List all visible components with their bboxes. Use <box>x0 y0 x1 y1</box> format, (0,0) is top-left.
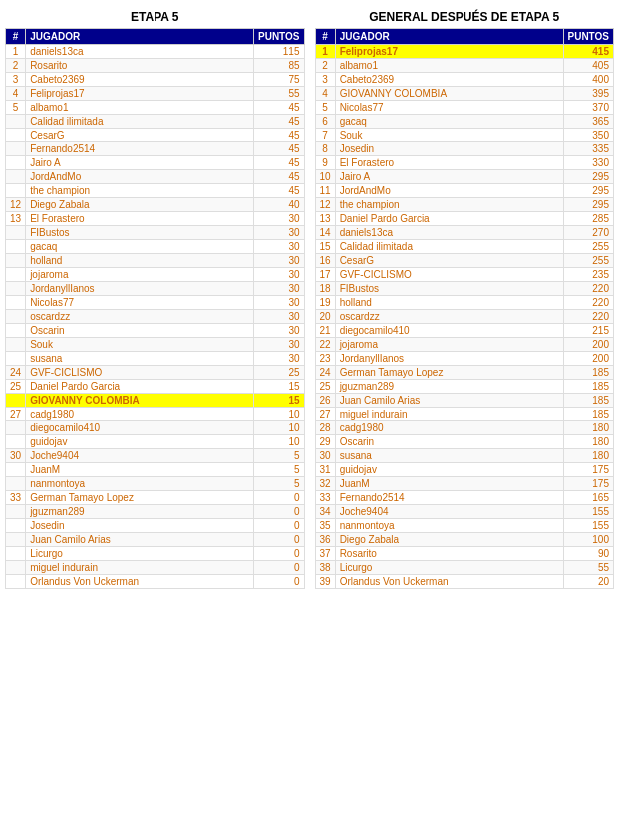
table-row: 8Josedin335 <box>315 142 614 156</box>
row-index <box>6 226 26 240</box>
row-player: CesarG <box>26 129 254 142</box>
row-player: susana <box>26 352 254 366</box>
row-index: 24 <box>6 366 26 380</box>
table-row: 31guidojav175 <box>315 463 614 477</box>
row-index <box>6 561 26 575</box>
row-player: Feliprojas17 <box>26 87 254 101</box>
row-points: 85 <box>254 59 305 73</box>
row-index <box>6 421 26 435</box>
table-row: 25Daniel Pardo Garcia15 <box>6 380 305 394</box>
row-player: GIOVANNY COLOMBIA <box>335 87 563 101</box>
row-player: German Tamayo Lopez <box>335 366 563 380</box>
row-points: 0 <box>254 533 305 547</box>
row-points: 255 <box>563 240 614 254</box>
table-row: holland30 <box>6 254 305 268</box>
table-row: JordAndMo45 <box>6 170 305 184</box>
table-row: the champion45 <box>6 184 305 198</box>
table-row: 33Fernando2514165 <box>315 491 614 505</box>
row-points: 55 <box>563 561 614 575</box>
row-points: 75 <box>254 73 305 87</box>
main-container: ETAPA 5 # JUGADOR PUNTOS 1daniels13ca115… <box>5 10 614 589</box>
row-player: diegocamilo410 <box>26 421 254 435</box>
row-player: Diego Zabala <box>335 533 563 547</box>
row-player: FIBustos <box>26 226 254 240</box>
row-points: 175 <box>563 463 614 477</box>
table-row: 24GVF-CICLISMO25 <box>6 366 305 380</box>
row-player: albamo1 <box>26 101 254 115</box>
row-player: gacaq <box>335 115 563 129</box>
row-index: 36 <box>315 533 335 547</box>
row-player: Orlandus Von Uckerman <box>26 575 254 589</box>
row-index: 1 <box>315 45 335 59</box>
row-player: FIBustos <box>335 282 563 296</box>
row-index: 38 <box>315 561 335 575</box>
table-row: 1daniels13ca115 <box>6 45 305 59</box>
row-index <box>6 575 26 589</box>
table-row: 16CesarG255 <box>315 254 614 268</box>
row-points: 215 <box>563 324 614 338</box>
table-row: 36Diego Zabala100 <box>315 533 614 547</box>
row-index <box>6 240 26 254</box>
table-row: 21diegocamilo410215 <box>315 324 614 338</box>
row-index: 24 <box>315 366 335 380</box>
row-index: 2 <box>6 59 26 73</box>
row-points: 0 <box>254 575 305 589</box>
row-player: miguel indurain <box>335 408 563 421</box>
row-index <box>6 254 26 268</box>
row-index: 13 <box>315 212 335 226</box>
table-row: 19holland220 <box>315 296 614 310</box>
row-player: holland <box>26 254 254 268</box>
table-row: gacaq30 <box>6 240 305 254</box>
row-index: 39 <box>315 575 335 589</box>
row-index: 27 <box>6 408 26 421</box>
table-row: 20oscardzz220 <box>315 310 614 324</box>
table-row: JuanM5 <box>6 463 305 477</box>
row-index <box>6 156 26 170</box>
row-player: Jairo A <box>335 170 563 184</box>
table-row: miguel indurain0 <box>6 561 305 575</box>
row-points: 155 <box>563 519 614 533</box>
right-title: GENERAL DESPUÉS DE ETAPA 5 <box>315 10 615 24</box>
table-row: 27miguel indurain185 <box>315 408 614 421</box>
row-points: 45 <box>254 115 305 129</box>
row-index: 5 <box>6 101 26 115</box>
row-points: 400 <box>563 73 614 87</box>
row-points: 200 <box>563 352 614 366</box>
row-index: 11 <box>315 184 335 198</box>
row-player: Feliprojas17 <box>335 45 563 59</box>
table-row: 6gacaq365 <box>315 115 614 129</box>
table-row: Licurgo0 <box>6 547 305 561</box>
table-row: 9El Forastero330 <box>315 156 614 170</box>
row-index: 33 <box>315 491 335 505</box>
row-player: daniels13ca <box>335 226 563 240</box>
row-index: 5 <box>315 101 335 115</box>
table-row: FIBustos30 <box>6 226 305 240</box>
row-player: diegocamilo410 <box>335 324 563 338</box>
row-points: 45 <box>254 142 305 156</box>
table-row: Souk30 <box>6 338 305 352</box>
row-points: 0 <box>254 561 305 575</box>
row-player: El Forastero <box>26 212 254 226</box>
row-index: 13 <box>6 212 26 226</box>
left-header-idx: # <box>6 29 26 45</box>
row-index: 32 <box>315 477 335 491</box>
row-points: 220 <box>563 310 614 324</box>
row-player: daniels13ca <box>26 45 254 59</box>
row-player: JuanM <box>335 477 563 491</box>
left-header-puntos: PUNTOS <box>254 29 305 45</box>
row-points: 30 <box>254 212 305 226</box>
row-points: 5 <box>254 477 305 491</box>
row-player: Rosarito <box>26 59 254 73</box>
row-player: Oscarin <box>335 435 563 449</box>
row-points: 45 <box>254 170 305 184</box>
row-points: 40 <box>254 198 305 212</box>
table-row: 29Oscarin180 <box>315 435 614 449</box>
row-index <box>6 324 26 338</box>
row-player: Jairo A <box>26 156 254 170</box>
row-index: 19 <box>315 296 335 310</box>
row-player: Rosarito <box>335 547 563 561</box>
row-index <box>6 268 26 282</box>
row-points: 175 <box>563 477 614 491</box>
row-player: oscardzz <box>26 310 254 324</box>
table-row: GIOVANNY COLOMBIA15 <box>6 394 305 408</box>
